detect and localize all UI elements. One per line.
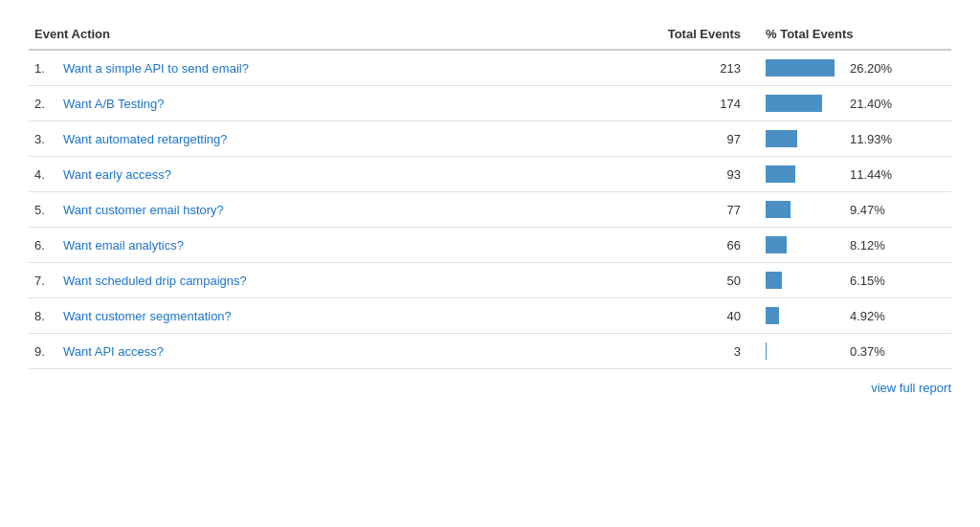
action-link[interactable]: Want a simple API to send email? bbox=[63, 61, 249, 76]
row-action: Want customer email hstory? bbox=[57, 192, 645, 228]
pct-text: 11.44% bbox=[850, 167, 892, 182]
row-total: 50 bbox=[645, 263, 760, 298]
row-total: 40 bbox=[645, 298, 760, 334]
action-link[interactable]: Want customer segmentation? bbox=[63, 309, 232, 323]
row-action: Want A/B Testing? bbox=[57, 86, 645, 121]
bar-wrap bbox=[766, 130, 842, 147]
row-action: Want a simple API to send email? bbox=[57, 50, 645, 86]
pct-text: 26.20% bbox=[850, 61, 892, 76]
bar-wrap bbox=[766, 59, 842, 77]
bar-wrap bbox=[766, 165, 842, 183]
bar-wrap bbox=[766, 236, 842, 253]
row-pct: 0.37% bbox=[760, 334, 951, 369]
view-full-report-link[interactable]: view full report bbox=[871, 381, 951, 395]
row-pct: 6.15% bbox=[760, 263, 951, 298]
table-row: 5.Want customer email hstory?779.47% bbox=[29, 192, 951, 228]
row-rank: 7. bbox=[29, 263, 57, 298]
table-row: 1.Want a simple API to send email?21326.… bbox=[29, 50, 951, 86]
row-rank: 3. bbox=[29, 121, 57, 157]
header-total: Total Events bbox=[645, 19, 760, 50]
action-link[interactable]: Want A/B Testing? bbox=[63, 97, 165, 111]
pct-text: 11.93% bbox=[850, 132, 892, 146]
row-rank: 9. bbox=[29, 334, 57, 369]
row-total: 174 bbox=[645, 86, 760, 121]
row-action: Want API access? bbox=[57, 334, 645, 369]
footer: view full report bbox=[29, 381, 951, 395]
row-rank: 1. bbox=[29, 50, 57, 86]
bar-wrap bbox=[766, 307, 842, 324]
bar bbox=[766, 95, 822, 112]
action-link[interactable]: Want early access? bbox=[63, 167, 171, 182]
row-total: 213 bbox=[645, 50, 760, 86]
pct-text: 9.47% bbox=[850, 203, 885, 217]
bar bbox=[766, 201, 791, 218]
bar-wrap bbox=[766, 95, 842, 112]
table-row: 7.Want scheduled drip campaigns?506.15% bbox=[29, 263, 951, 298]
header-action: Event Action bbox=[29, 19, 645, 50]
bar bbox=[766, 307, 779, 324]
table-row: 6.Want email analytics?668.12% bbox=[29, 228, 951, 263]
table-row: 2.Want A/B Testing?17421.40% bbox=[29, 86, 951, 121]
table-header-row: Event Action Total Events % Total Events bbox=[29, 19, 951, 50]
row-action: Want automated retargetting? bbox=[57, 121, 645, 157]
row-rank: 8. bbox=[29, 298, 57, 334]
action-link[interactable]: Want email analytics? bbox=[63, 238, 184, 253]
row-pct: 8.12% bbox=[760, 228, 951, 263]
row-action: Want early access? bbox=[57, 157, 645, 192]
row-total: 66 bbox=[645, 228, 760, 263]
row-action: Want scheduled drip campaigns? bbox=[57, 263, 645, 298]
table-row: 4.Want early access?9311.44% bbox=[29, 157, 951, 192]
pct-text: 0.37% bbox=[850, 344, 885, 359]
bar-wrap bbox=[766, 342, 842, 360]
action-link[interactable]: Want customer email hstory? bbox=[63, 203, 224, 217]
bar bbox=[766, 236, 787, 253]
row-pct: 21.40% bbox=[760, 86, 951, 121]
row-pct: 11.44% bbox=[760, 157, 951, 192]
pct-text: 21.40% bbox=[850, 97, 892, 111]
row-action: Want email analytics? bbox=[57, 228, 645, 263]
bar bbox=[766, 165, 795, 183]
action-link[interactable]: Want API access? bbox=[63, 344, 164, 359]
action-link[interactable]: Want automated retargetting? bbox=[63, 132, 228, 146]
bar-wrap bbox=[766, 201, 842, 218]
row-action: Want customer segmentation? bbox=[57, 298, 645, 334]
table-row: 9.Want API access?30.37% bbox=[29, 334, 951, 369]
header-pct: % Total Events bbox=[760, 19, 951, 50]
pct-text: 4.92% bbox=[850, 309, 885, 323]
action-link[interactable]: Want scheduled drip campaigns? bbox=[63, 274, 247, 288]
row-total: 3 bbox=[645, 334, 760, 369]
row-rank: 5. bbox=[29, 192, 57, 228]
row-rank: 4. bbox=[29, 157, 57, 192]
row-pct: 4.92% bbox=[760, 298, 951, 334]
row-total: 77 bbox=[645, 192, 760, 228]
row-rank: 2. bbox=[29, 86, 57, 121]
events-table: Event Action Total Events % Total Events… bbox=[29, 19, 951, 369]
row-total: 97 bbox=[645, 121, 760, 157]
table-row: 3.Want automated retargetting?9711.93% bbox=[29, 121, 951, 157]
bar-wrap bbox=[766, 272, 842, 289]
bar bbox=[766, 130, 797, 147]
bar bbox=[766, 272, 782, 289]
table-row: 8.Want customer segmentation?404.92% bbox=[29, 298, 951, 334]
pct-text: 8.12% bbox=[850, 238, 885, 253]
row-total: 93 bbox=[645, 157, 760, 192]
bar bbox=[766, 342, 767, 360]
row-pct: 9.47% bbox=[760, 192, 951, 228]
row-pct: 11.93% bbox=[760, 121, 951, 157]
pct-text: 6.15% bbox=[850, 274, 885, 288]
row-rank: 6. bbox=[29, 228, 57, 263]
bar bbox=[766, 59, 835, 77]
row-pct: 26.20% bbox=[760, 50, 951, 86]
